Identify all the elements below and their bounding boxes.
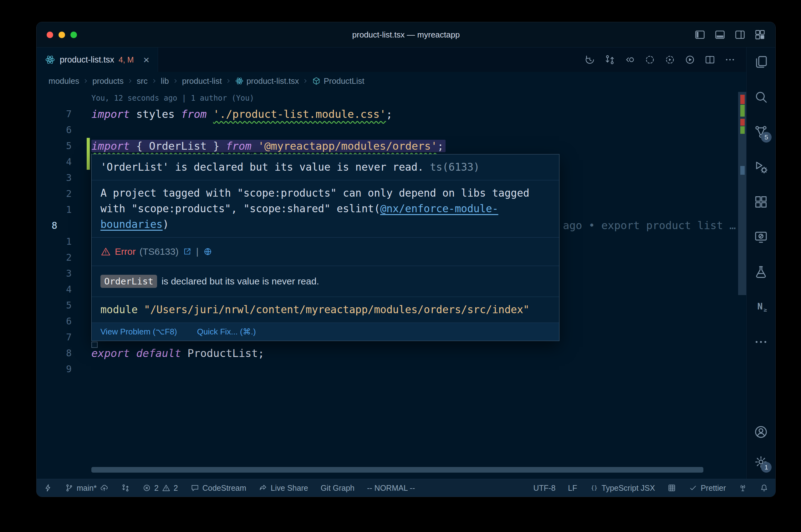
main-area: product-list.tsx 4, M × modulesproductss…	[37, 48, 775, 479]
git-compare-icon[interactable]	[604, 54, 616, 65]
code-editor[interactable]: You, 12 seconds ago | 1 author (You)7imp…	[37, 90, 746, 479]
breadcrumb-item[interactable]: products	[92, 76, 124, 86]
minimize-window-button[interactable]	[58, 32, 65, 38]
status-prettier[interactable]: Prettier	[689, 483, 726, 493]
line-number[interactable]: 1	[37, 236, 72, 247]
status-codestream[interactable]: CodeStream	[190, 483, 246, 493]
status-remote[interactable]	[43, 483, 52, 492]
line-number[interactable]: 2	[37, 252, 72, 263]
diagnostic-message: 'OrderList' is declared but its value is…	[101, 161, 424, 173]
activity-search[interactable]	[753, 89, 768, 104]
view-problem-link[interactable]: View Problem (⌥F8)	[101, 327, 177, 337]
code-line[interactable]: import styles from './product-list.modul…	[72, 108, 393, 120]
tab-product-list[interactable]: product-list.tsx 4, M ×	[37, 48, 158, 72]
activity-test-runner[interactable]	[753, 159, 768, 174]
breadcrumb-label: product-list	[182, 76, 222, 86]
layout-sidebar-right-icon[interactable]	[734, 29, 746, 41]
line-number[interactable]: 8	[37, 347, 72, 359]
diagnostic-detail-row: OrderListis declared but its value is ne…	[92, 266, 559, 297]
chevron-right-icon	[151, 77, 158, 84]
breadcrumb-item[interactable]: src	[137, 76, 148, 86]
inline-blame-ghost-text: ago • export product list …	[563, 217, 736, 233]
status-broadcast[interactable]	[739, 483, 747, 492]
status-text: -- NORMAL --	[367, 483, 415, 493]
history-icon[interactable]	[584, 54, 596, 65]
status-text: 2	[154, 483, 159, 493]
breadcrumb-item[interactable]: product-list	[182, 76, 222, 86]
braces-icon: {}	[590, 483, 599, 492]
activity-accounts[interactable]	[753, 424, 768, 439]
account-icon	[753, 424, 768, 439]
line-number[interactable]: 7	[37, 109, 72, 119]
line-number[interactable]: 4	[37, 284, 72, 295]
code-line[interactable]: import { OrderList } from '@myreactapp/m…	[72, 140, 445, 152]
status-branch[interactable]: main*	[65, 483, 109, 493]
status-compare[interactable]	[121, 483, 130, 492]
status-bar: main*22CodeStreamLive ShareGit Graph-- N…	[37, 479, 775, 497]
line-number[interactable]: 3	[37, 268, 72, 279]
line-number[interactable]: 9	[37, 363, 72, 375]
code-row: You, 12 seconds ago | 1 author (You)	[37, 90, 746, 106]
external-link-icon[interactable]	[182, 247, 192, 256]
globe-icon[interactable]	[203, 247, 213, 256]
more-h-icon[interactable]	[724, 54, 735, 65]
activity-testing[interactable]	[753, 264, 768, 280]
line-number[interactable]: 6	[37, 316, 72, 327]
status-problems[interactable]: 22	[142, 483, 178, 493]
status-live-share[interactable]: Live Share	[259, 483, 308, 493]
breadcrumb-item[interactable]: product-list.tsx	[235, 76, 299, 86]
line-number[interactable]: 5	[37, 300, 72, 311]
code-line[interactable]: export default ProductList;	[72, 347, 265, 359]
status-encoding[interactable]: UTF-8	[533, 483, 556, 493]
activity-remote-explorer[interactable]	[753, 229, 768, 244]
activity-explorer[interactable]	[753, 54, 768, 70]
play-circle-icon[interactable]	[684, 54, 695, 65]
activity-source-graph[interactable]: 5	[753, 125, 768, 139]
breadcrumb-label: products	[92, 76, 124, 86]
more-h-icon	[753, 335, 768, 349]
nx-icon: N≥	[753, 300, 768, 315]
layout-panel-bottom-icon[interactable]	[714, 29, 726, 41]
breadcrumb-item[interactable]: ProductList	[312, 76, 364, 86]
token: from	[226, 140, 252, 152]
layout-sidebar-left-icon[interactable]	[694, 29, 706, 41]
token: ;	[386, 108, 393, 120]
code-row: 8export default ProductList;	[37, 345, 746, 361]
status-notifications[interactable]	[760, 483, 768, 492]
line-number[interactable]: 7	[37, 331, 72, 343]
quick-fix-link[interactable]: Quick Fix... (⌘.)	[197, 327, 256, 337]
activity-nx-console[interactable]: N≥	[753, 300, 768, 315]
popup-resize-grip[interactable]	[91, 342, 98, 348]
line-number[interactable]: 6	[37, 125, 72, 135]
eslint-message-close: )	[163, 218, 169, 230]
window-title: product-list.tsx — myreactapp	[352, 30, 460, 40]
activity-extensions[interactable]	[753, 194, 768, 209]
tab-close-button[interactable]: ×	[143, 54, 149, 65]
status-eol[interactable]: LF	[568, 483, 577, 493]
circle-run-icon[interactable]	[664, 54, 675, 65]
activity-additional-views[interactable]	[753, 335, 768, 349]
line-number[interactable]: 5	[37, 140, 72, 151]
close-window-button[interactable]	[47, 32, 53, 38]
horizontal-scrollbar[interactable]	[91, 467, 703, 473]
status-extension-grid[interactable]	[668, 483, 676, 492]
nav-back-circle-icon[interactable]	[624, 54, 636, 65]
line-number[interactable]: 2	[37, 188, 72, 199]
token	[252, 140, 258, 152]
line-number[interactable]: 1	[37, 204, 72, 215]
line-number[interactable]: 3	[37, 172, 72, 183]
status-vim-mode[interactable]: -- NORMAL --	[367, 483, 415, 493]
zoom-window-button[interactable]	[70, 32, 77, 38]
line-number[interactable]: 8	[37, 220, 72, 231]
breadcrumb-item[interactable]: modules	[49, 76, 79, 86]
warning-icon	[162, 483, 170, 492]
breadcrumb-item[interactable]: lib	[161, 76, 169, 86]
split-editor-icon[interactable]	[704, 54, 715, 65]
circle-dashed-icon[interactable]	[644, 54, 656, 65]
status-git-graph[interactable]: Git Graph	[321, 483, 354, 493]
status-language[interactable]: {}TypeScript JSX	[590, 483, 655, 493]
hover-diagnostic-popup: 'OrderList' is declared but its value is…	[91, 154, 560, 341]
line-number[interactable]: 4	[37, 156, 72, 167]
activity-settings[interactable]: 1	[753, 455, 768, 470]
layout-customize-icon[interactable]	[754, 29, 766, 41]
